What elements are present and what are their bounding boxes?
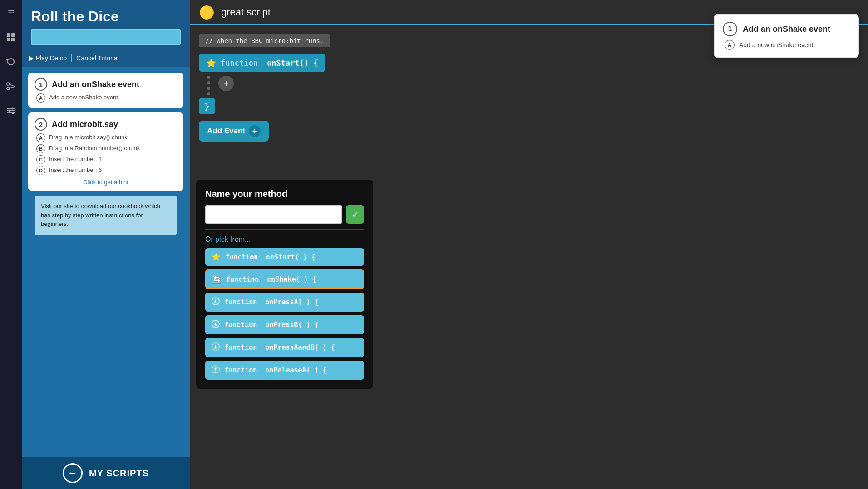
step-1-sublabel-a: A (36, 93, 45, 103)
or-pick-label: Or pick from... (205, 235, 364, 244)
method-option-icon-onpressb (212, 320, 220, 330)
step-2-sublabel-a: A (36, 133, 45, 142)
step-2-substep-c: C Insert the number: 1 (36, 155, 177, 164)
function-start-block: ⭐ function onStart() { (199, 54, 326, 72)
method-option-text-onstart: function onStart( ) { (225, 253, 316, 261)
code-area: // When the BBC micro:bit runs. ⭐ functi… (190, 25, 868, 489)
function-keyword: function (221, 59, 258, 68)
method-option-onreleasea[interactable]: function onReleaseA( ) { (205, 361, 364, 380)
method-option-onshake[interactable]: 🔄 function onShake( ) { (205, 269, 364, 289)
method-option-icon-onpressaandb (212, 342, 220, 352)
tooltip-number: 1 (723, 22, 737, 36)
tutorial-steps: 1 Add an onShake event A Add a new onSha… (22, 67, 190, 457)
step-2-subtext-b: Drag in a Random.number() chunk (49, 144, 140, 152)
svg-point-4 (7, 83, 10, 85)
method-option-onpressb[interactable]: function onPressB( ) { (205, 315, 364, 334)
tooltip-sub: A Add a new onShake event (725, 40, 850, 50)
refresh-icon[interactable] (3, 54, 19, 70)
main-content: 🟡 great script // When the BBC micro:bit… (190, 0, 868, 489)
method-divider (205, 229, 364, 230)
method-option-onpressaandb[interactable]: function onPressAandB( ) { (205, 338, 364, 357)
method-input-row: ✓ (205, 205, 364, 224)
method-option-text-onpressa: function onPressA( ) { (224, 298, 319, 306)
step-2-card: 2 Add microbit.say A Drag in a microbit.… (28, 112, 183, 191)
info-box-text: Visit our site to download our cookbook … (41, 202, 171, 229)
hint-link[interactable]: Click to get a hint (35, 179, 177, 186)
svg-point-13 (12, 112, 14, 114)
step-1-substep-a: A Add a new onShake event (36, 93, 177, 103)
method-confirm-button[interactable]: ✓ (346, 205, 364, 224)
method-modal: Name your method ✓ Or pick from... ⭐ fun… (196, 180, 373, 389)
step-1-number: 1 (35, 78, 47, 91)
step-2-subtext-a: Drag in a microbit.say() chunk (49, 133, 128, 142)
dot-1 (207, 76, 210, 79)
method-option-text-onpressaandb: function onPressAandB( ) { (224, 343, 335, 352)
add-event-plus-icon: + (249, 125, 261, 137)
method-modal-title: Name your method (205, 189, 364, 199)
sliders-icon[interactable] (3, 103, 19, 119)
add-inner-button[interactable]: + (218, 76, 234, 91)
method-name-input[interactable] (205, 205, 342, 224)
code-comment: // When the BBC micro:bit runs. (199, 34, 330, 47)
tooltip-card: 1 Add an onShake event A Add a new onSha… (714, 14, 859, 58)
svg-rect-0 (7, 33, 10, 37)
svg-rect-2 (7, 38, 10, 41)
sidebar-header: Roll the Dice (22, 0, 190, 49)
tooltip-header: 1 Add an onShake event (723, 22, 850, 36)
step-2-substep-a: A Drag in a microbit.say() chunk (36, 133, 177, 142)
tooltip-sub-label: A (725, 40, 735, 50)
method-option-icon-onstart: ⭐ (212, 253, 221, 261)
menu-icon[interactable]: ☰ (3, 5, 19, 21)
function-star-icon: ⭐ (206, 58, 216, 68)
method-option-icon-onshake: 🔄 (212, 275, 222, 284)
dot-4 (207, 92, 210, 95)
step-1-title: Add an onShake event (52, 80, 139, 89)
play-demo-button[interactable]: ▶ Play Demo (29, 54, 67, 62)
method-option-text-onreleasea: function onReleaseA( ) { (224, 366, 327, 374)
blocks-icon[interactable] (3, 29, 19, 45)
icon-bar: ☰ (0, 0, 22, 489)
step-2-header: 2 Add microbit.say (35, 118, 177, 131)
method-option-onpressa[interactable]: function onPressA( ) { (205, 293, 364, 312)
tooltip-title: Add an onShake event (743, 24, 830, 34)
closing-brace: } (199, 98, 215, 114)
step-2-title: Add microbit.say (52, 120, 118, 129)
method-options-list: ⭐ function onStart( ) { 🔄 function onSha… (205, 248, 364, 380)
method-option-icon-onpressa (212, 297, 220, 307)
add-event-label: Add Event (207, 127, 245, 136)
svg-line-6 (10, 84, 15, 87)
step-2-number: 2 (35, 118, 47, 131)
svg-rect-1 (11, 33, 15, 37)
method-option-text-onpressb: function onPressB( ) { (224, 321, 319, 329)
script-icon: 🟡 (199, 5, 215, 20)
info-box: Visit our site to download our cookbook … (35, 196, 177, 235)
step-2-substep-b: B Drag in a Random.number() chunk (36, 144, 177, 153)
step-1-subtext-a: Add a new onShake event (49, 93, 118, 102)
tooltip-sub-text: Add a new onShake event (739, 41, 813, 49)
sidebar-search-input[interactable] (31, 29, 181, 45)
my-scripts-back-icon: ← (63, 463, 83, 483)
my-scripts-footer[interactable]: ← MY SCRIPTS (22, 457, 190, 489)
svg-point-11 (11, 108, 14, 110)
dot-2 (207, 81, 210, 84)
controls-divider (71, 54, 72, 62)
add-event-button[interactable]: Add Event + (199, 121, 269, 142)
method-option-icon-onreleasea (212, 365, 220, 375)
dot-3 (207, 87, 210, 90)
step-2-subtext-c: Insert the number: 1 (49, 155, 102, 163)
step-2-substep-d: D Insert the number: 6 (36, 166, 177, 175)
svg-point-12 (9, 110, 11, 112)
script-name: great script (221, 6, 271, 18)
step-1-card: 1 Add an onShake event A Add a new onSha… (28, 73, 183, 108)
svg-line-7 (10, 87, 15, 88)
method-checkmark-icon: ✓ (351, 209, 359, 220)
step-2-sublabel-c: C (36, 155, 45, 164)
svg-rect-3 (11, 38, 15, 41)
my-scripts-label: MY SCRIPTS (89, 468, 149, 479)
sidebar: Roll the Dice ▶ Play Demo Cancel Tutoria… (22, 0, 190, 489)
method-option-onstart[interactable]: ⭐ function onStart( ) { (205, 248, 364, 266)
scissors-icon[interactable] (3, 78, 19, 94)
method-option-text-onshake: function onShake( ) { (226, 275, 316, 284)
cancel-tutorial-button[interactable]: Cancel Tutorial (76, 54, 118, 62)
svg-point-5 (7, 87, 10, 90)
